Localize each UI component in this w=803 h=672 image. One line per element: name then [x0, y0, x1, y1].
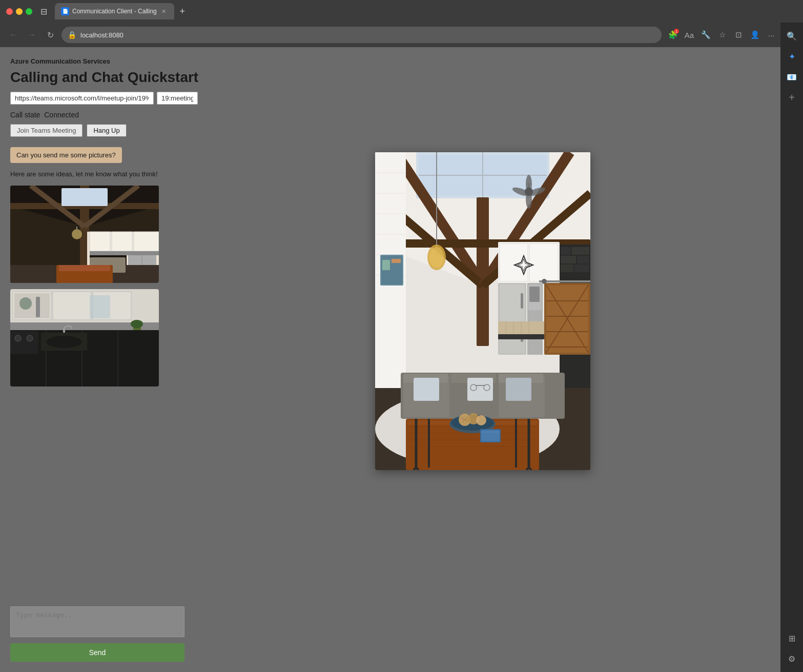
thumbnail-1[interactable]: [10, 186, 159, 283]
join-teams-meeting-button[interactable]: Join Teams Meeting: [10, 124, 83, 137]
svg-rect-10: [112, 232, 132, 251]
svg-point-43: [27, 335, 33, 341]
notification-badge: 1: [674, 29, 679, 34]
svg-rect-90: [521, 293, 523, 309]
maximize-window-button[interactable]: [26, 8, 32, 15]
new-tab-button[interactable]: +: [175, 4, 190, 18]
token-input[interactable]: [157, 92, 198, 105]
call-buttons: Join Teams Meeting Hang Up: [10, 124, 770, 137]
browser-actions: 🧩 1 Aa 🔧 ☆ ⊡ 👤 ··· ✦: [666, 28, 797, 42]
received-message-text: Can you send me some pictures?: [16, 151, 116, 159]
svg-rect-72: [382, 260, 390, 270]
svg-rect-69: [574, 264, 589, 272]
svg-point-40: [131, 320, 143, 328]
page-content: Azure Communication Services Calling and…: [0, 47, 780, 672]
close-window-button[interactable]: [6, 8, 13, 15]
favorites-button[interactable]: ☆: [715, 28, 729, 42]
sidebar-add-button[interactable]: +: [783, 88, 801, 107]
browser-chrome: ⊟ 📄 Communication Client - Calling ✕ + ←…: [0, 0, 803, 47]
svg-rect-11: [134, 232, 159, 251]
more-button[interactable]: ···: [764, 28, 778, 42]
svg-rect-65: [572, 247, 589, 255]
svg-rect-29: [36, 297, 40, 317]
received-message-bubble: Can you send me some pictures?: [10, 147, 122, 163]
svg-rect-6: [61, 188, 108, 206]
svg-point-20: [72, 229, 82, 239]
svg-rect-41: [10, 331, 38, 354]
extension-button[interactable]: 🧩 1: [666, 28, 680, 42]
sent-message-text: Here are some ideas, let me know what yo…: [10, 169, 184, 179]
message-input[interactable]: [10, 606, 184, 637]
sidebar-outlook-button[interactable]: 📧: [783, 68, 801, 86]
page-title: Calling and Chat Quickstart: [10, 69, 770, 86]
thumbnail-1-image: [10, 186, 159, 283]
address-text: localhost:8080: [80, 31, 655, 39]
image-thumbnails: [10, 186, 184, 386]
svg-rect-119: [506, 378, 531, 401]
svg-point-28: [19, 297, 32, 310]
svg-rect-67: [577, 256, 589, 263]
hang-up-button[interactable]: Hang Up: [87, 124, 126, 137]
chat-panel: Can you send me some pictures? Here are …: [10, 147, 184, 662]
meeting-url-input[interactable]: [10, 92, 154, 105]
active-tab[interactable]: 📄 Communication Client - Calling ✕: [55, 3, 174, 19]
sidebar-settings-button[interactable]: ⚙: [783, 649, 801, 668]
svg-rect-75: [500, 243, 528, 281]
address-bar[interactable]: 🔒 localhost:8080: [61, 27, 662, 43]
tab-bar: 📄 Communication Client - Calling ✕ +: [55, 3, 793, 19]
sidebar-toggle-button[interactable]: ⊟: [36, 4, 51, 18]
call-state-display: Call state Connected: [10, 111, 770, 119]
svg-rect-76: [529, 243, 558, 281]
thumbnail-2-image: [10, 289, 159, 386]
tab-close-button[interactable]: ✕: [160, 7, 168, 15]
sidebar-layout-button[interactable]: ⊞: [783, 629, 801, 647]
edge-sidebar: 🔍 ✦ 📧 + ⊞ ⚙: [780, 23, 803, 672]
svg-rect-64: [561, 247, 571, 255]
title-bar: ⊟ 📄 Communication Client - Calling ✕ +: [0, 0, 803, 23]
svg-rect-95: [529, 287, 540, 302]
tab-favicon: 📄: [61, 7, 69, 15]
thumbnail-2[interactable]: [10, 289, 159, 386]
svg-rect-68: [561, 264, 573, 272]
forward-button[interactable]: →: [25, 28, 39, 42]
profile-button[interactable]: 👤: [748, 28, 762, 42]
svg-rect-113: [546, 375, 563, 417]
page-header: Azure Communication Services Calling and…: [10, 57, 770, 145]
traffic-lights: [6, 8, 32, 15]
read-aloud-button[interactable]: Aa: [682, 28, 696, 42]
svg-rect-38: [90, 295, 110, 318]
svg-point-42: [15, 335, 21, 341]
svg-point-153: [525, 188, 533, 196]
main-layout: Can you send me some pictures? Here are …: [10, 147, 770, 662]
image-preview: [195, 147, 770, 662]
svg-rect-145: [481, 430, 500, 441]
chat-input-area: Send: [10, 606, 184, 662]
sidebar-search-button[interactable]: 🔍: [783, 27, 801, 45]
minimize-window-button[interactable]: [16, 8, 23, 15]
large-room-image: [375, 152, 590, 470]
svg-point-104: [429, 247, 444, 268]
collections-button[interactable]: ⊡: [731, 28, 746, 42]
svg-rect-117: [414, 378, 439, 401]
svg-point-141: [476, 415, 486, 425]
svg-point-36: [46, 336, 82, 348]
large-image-container[interactable]: [375, 152, 590, 470]
svg-rect-19: [59, 265, 110, 271]
svg-rect-73: [392, 259, 401, 263]
sidebar-copilot-button[interactable]: ✦: [783, 47, 801, 66]
azure-label: Azure Communication Services: [10, 57, 770, 65]
lock-icon: 🔒: [68, 31, 76, 39]
tab-title: Communication Client - Calling: [72, 8, 157, 15]
svg-rect-101: [498, 334, 544, 339]
back-button[interactable]: ←: [6, 28, 20, 42]
svg-rect-25: [53, 292, 91, 320]
nav-bar: ← → ↻ 🔒 localhost:8080 🧩 1 Aa 🔧 ☆ ⊡ 👤 ··…: [0, 23, 803, 47]
url-inputs: [10, 92, 770, 105]
send-button[interactable]: Send: [10, 643, 184, 662]
refresh-button[interactable]: ↻: [43, 28, 57, 42]
svg-rect-9: [90, 232, 110, 251]
browser-extensions-button[interactable]: 🔧: [698, 28, 713, 42]
svg-rect-14: [90, 251, 159, 255]
chat-messages: Can you send me some pictures? Here are …: [10, 147, 184, 598]
svg-rect-27: [14, 293, 50, 318]
